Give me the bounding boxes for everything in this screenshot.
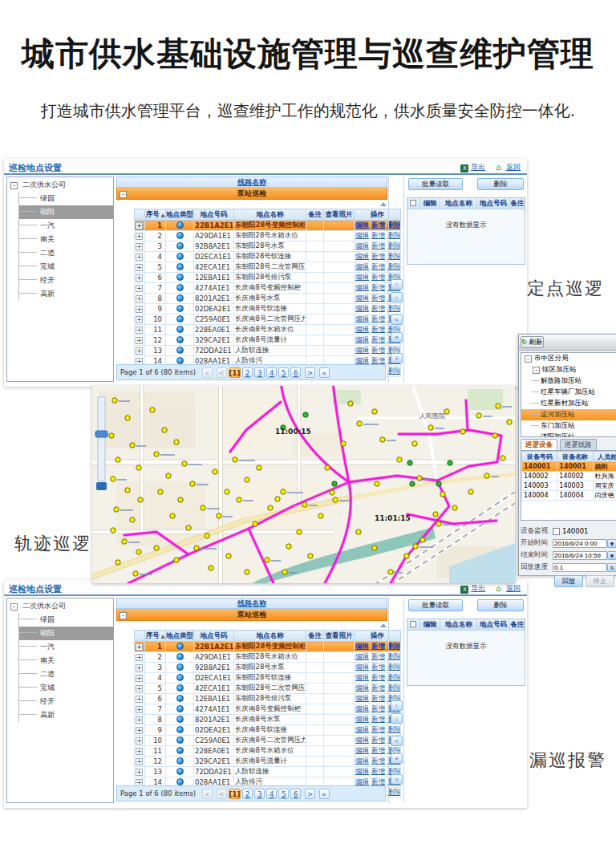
patrol-point-marker[interactable] (205, 534, 209, 538)
op-edit-link[interactable]: 编辑 (355, 335, 369, 343)
op-add-link[interactable]: 新增 (371, 673, 385, 681)
op-edit-link[interactable]: 编辑 (355, 746, 369, 754)
station-item-红星新村加压站[interactable]: 红星新村加压站 (521, 398, 616, 409)
patrol-point-marker[interactable] (130, 443, 135, 448)
patrol-point-marker[interactable] (136, 550, 141, 554)
patrol-point-marker[interactable] (209, 566, 213, 570)
group-row[interactable]: - 泵站巡检 (116, 188, 387, 200)
patrol-point-marker[interactable] (436, 521, 441, 526)
page-button-6[interactable]: 6 (290, 367, 301, 378)
patrol-point-marker[interactable] (484, 473, 489, 478)
row-expander-icon[interactable]: + (136, 337, 143, 344)
table-row[interactable]: +122B1A2E1东朝阳28号变频控制柜编辑新增删除 (135, 221, 401, 231)
op-edit-link[interactable]: 编辑 (355, 673, 369, 681)
move-all-left-button[interactable]: « (391, 753, 403, 764)
op-edit-link[interactable]: 编辑 (355, 283, 369, 291)
patrol-point-marker[interactable] (150, 408, 155, 412)
tree-sub-node[interactable]: -辖区加压站 (521, 364, 616, 375)
first-page-button[interactable]: « (202, 367, 213, 378)
scroll-up-arrow[interactable] (380, 623, 387, 627)
patrol-point-marker[interactable] (154, 452, 159, 456)
tree-item-南关[interactable]: 南关 (19, 233, 113, 246)
op-edit-link[interactable]: 编辑 (355, 652, 369, 660)
patrol-point-marker[interactable] (308, 554, 313, 558)
table-row[interactable]: +74274A1E1长庆南8号变频控制柜编辑新增删除 (135, 704, 401, 715)
table-row[interactable]: +542ECA1E1东朝阳28号二次管网压力编辑新增删除 (135, 684, 401, 694)
row-expander-icon[interactable]: + (136, 706, 143, 713)
end-time-dropdown-icon[interactable]: ▼ (607, 551, 616, 560)
prev-page-button[interactable]: < (217, 367, 227, 378)
patrol-point-marker[interactable] (436, 481, 441, 486)
patrol-point-marker[interactable] (452, 505, 457, 510)
row-expander-icon[interactable]: + (136, 295, 143, 302)
patrol-point-marker[interactable] (170, 513, 175, 518)
patrol-point-marker[interactable] (201, 505, 205, 510)
patrol-point-marker[interactable] (281, 489, 286, 494)
table-row[interactable]: +4D2ECA1E1东朝阳28号软连接编辑新增删除 (135, 252, 401, 262)
patrol-point-marker[interactable] (226, 554, 231, 558)
row-expander-icon[interactable]: + (136, 696, 143, 703)
op-add-link[interactable]: 新增 (371, 767, 385, 775)
patrol-point-marker[interactable] (245, 477, 249, 482)
op-edit-link[interactable]: 编辑 (355, 346, 369, 354)
op-add-link[interactable]: 新增 (371, 746, 385, 754)
patrol-point-marker[interactable] (213, 469, 217, 474)
patrol-point-marker[interactable] (136, 465, 141, 470)
op-edit-link[interactable]: 编辑 (355, 736, 369, 744)
table-row[interactable]: +11228EA0E1长庆南8号水箱水位编辑新增删除 (135, 325, 401, 335)
patrol-point-marker[interactable] (174, 440, 179, 444)
table-row[interactable]: +12329CA2E1长庆南8号流量计编辑新增删除 (135, 757, 401, 767)
start-time-dropdown-icon[interactable]: ▼ (607, 539, 616, 548)
export-link[interactable]: X 导出 (460, 584, 485, 592)
move-down-button[interactable]: ↓ (391, 292, 403, 302)
op-add-link[interactable]: 新增 (371, 346, 385, 354)
op-add-link[interactable]: 新增 (371, 335, 385, 343)
patrol-point-marker[interactable] (125, 416, 130, 420)
patrol-point-marker[interactable] (412, 441, 417, 446)
table-row[interactable]: +2A29DA1E1东朝阳28号水箱水位编辑新增删除 (135, 231, 401, 241)
next-page-button[interactable]: > (305, 367, 315, 378)
back-link[interactable]: ⌂ 返回 (496, 163, 521, 171)
op-add-link[interactable]: 新增 (371, 704, 385, 712)
patrol-point-marker[interactable] (303, 412, 308, 417)
page-button-1[interactable]: [1] (229, 367, 241, 378)
tab-patrol-devices[interactable]: 巡逻设备 (521, 439, 557, 451)
tree-item-一汽[interactable]: 一汽 (19, 219, 113, 233)
patrol-point-marker[interactable] (275, 497, 280, 501)
device-row[interactable]: 140002140002杜兴海 (522, 472, 616, 481)
op-edit-link[interactable]: 编辑 (355, 715, 369, 723)
row-expander-icon[interactable]: + (136, 233, 143, 240)
op-edit-link[interactable]: 编辑 (355, 262, 369, 270)
op-add-link[interactable]: 新增 (371, 715, 385, 723)
stop-button[interactable]: 停止 (586, 575, 614, 587)
patrol-point-marker[interactable] (182, 461, 187, 466)
op-add-link[interactable]: 新增 (371, 231, 385, 239)
tree-item-高新[interactable]: 高新 (19, 708, 113, 722)
patrol-point-marker[interactable] (186, 525, 191, 530)
patrol-point-marker[interactable] (433, 512, 438, 517)
patrol-point-marker[interactable] (440, 492, 445, 497)
station-item-解放路加压站[interactable]: 解放路加压站 (521, 375, 616, 387)
op-edit-link[interactable]: 编辑 (355, 304, 369, 312)
row-expander-icon[interactable]: + (136, 748, 143, 755)
patrol-point-marker[interactable] (297, 529, 302, 534)
row-expander-icon[interactable]: + (136, 316, 143, 323)
op-add-link[interactable]: 新增 (371, 273, 385, 281)
table-row[interactable]: +74274A1E1长庆南8号变频控制柜编辑新增删除 (135, 283, 401, 294)
op-edit-link[interactable]: 编辑 (355, 777, 369, 785)
patrol-point-marker[interactable] (282, 570, 287, 574)
tree-root-node[interactable]: -市中区分局 (521, 353, 616, 364)
patrol-point-marker[interactable] (318, 513, 323, 518)
station-item-济阳加压站[interactable]: 济阳加压站 (521, 432, 616, 437)
table-row[interactable]: +10C259A0E1长庆南8号二次管网压力编辑新增删除 (135, 314, 401, 325)
row-expander-icon[interactable]: + (136, 716, 143, 724)
op-add-link[interactable]: 新增 (371, 694, 385, 702)
table-row[interactable]: +88201A2E1长庆南8号水泵编辑新增删除 (135, 715, 401, 725)
patrol-point-marker[interactable] (380, 437, 385, 442)
table-row[interactable]: +392B8A2E1东朝阳28号水泵编辑新增删除 (135, 663, 401, 673)
patrol-point-marker[interactable] (500, 456, 505, 461)
move-down-button[interactable]: ↓ (391, 713, 403, 724)
table-row[interactable]: +902DEA2E1长庆南8号软连接编辑新增删除 (135, 725, 401, 736)
row-expander-icon[interactable]: + (136, 254, 143, 261)
op-edit-link[interactable]: 编辑 (355, 725, 369, 733)
